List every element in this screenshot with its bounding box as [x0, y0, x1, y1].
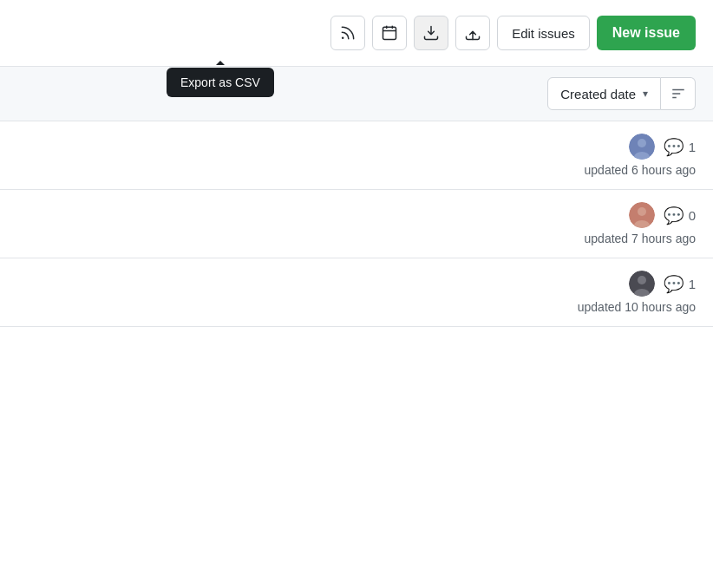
- issue-row[interactable]: 💬 1 updated 6 hours ago: [0, 121, 713, 190]
- issue-row-right: 💬 1: [629, 271, 696, 297]
- avatar: [629, 134, 655, 160]
- comment-bubble-icon: 💬: [664, 274, 684, 294]
- rss-icon: [339, 24, 356, 42]
- comment-bubble-icon: 💬: [664, 137, 684, 157]
- issue-row-right: 💬 1: [629, 134, 696, 160]
- calendar-icon: [381, 24, 398, 42]
- edit-issues-button[interactable]: Edit issues: [497, 16, 590, 50]
- rss-button[interactable]: [330, 16, 365, 50]
- sort-dropdown[interactable]: Created date ▾: [547, 77, 661, 110]
- toolbar: Edit issues New issue Export as CSV: [0, 0, 713, 67]
- filter-bar: Created date ▾: [0, 67, 713, 121]
- sort-order-button[interactable]: [661, 77, 696, 110]
- update-time: updated 10 hours ago: [578, 300, 696, 314]
- comment-number: 0: [689, 208, 696, 223]
- export-csv-tooltip: Export as CSV: [167, 68, 274, 97]
- comment-count: 💬 1: [664, 137, 696, 157]
- chevron-down-icon: ▾: [643, 88, 648, 100]
- sort-order-icon: [670, 86, 686, 101]
- issue-list: 💬 1 updated 6 hours ago 💬 0 updated 7 ho…: [0, 121, 713, 327]
- new-issue-label: New issue: [612, 25, 680, 41]
- comment-count: 💬 0: [664, 206, 696, 225]
- comment-bubble-icon: 💬: [664, 206, 684, 225]
- svg-point-0: [342, 37, 344, 40]
- comment-count: 💬 1: [664, 274, 696, 294]
- sort-label: Created date: [560, 87, 636, 101]
- svg-rect-1: [383, 27, 396, 39]
- import-icon: [464, 24, 481, 42]
- update-time: updated 7 hours ago: [585, 232, 696, 245]
- svg-point-9: [638, 139, 646, 147]
- issue-row[interactable]: 💬 1 updated 10 hours ago: [0, 258, 713, 327]
- issue-row-right: 💬 0: [629, 202, 696, 228]
- issue-row[interactable]: 💬 0 updated 7 hours ago: [0, 190, 713, 258]
- export-csv-icon: [422, 24, 440, 42]
- edit-issues-label: Edit issues: [512, 26, 575, 41]
- comment-number: 1: [689, 277, 696, 291]
- svg-point-15: [638, 276, 646, 284]
- export-csv-button[interactable]: [414, 16, 448, 50]
- avatar: [629, 271, 655, 297]
- svg-point-12: [638, 207, 646, 216]
- update-time: updated 6 hours ago: [585, 163, 696, 177]
- calendar-button[interactable]: [372, 16, 407, 50]
- avatar: [629, 202, 655, 228]
- new-issue-button[interactable]: New issue: [597, 16, 696, 50]
- import-button[interactable]: [455, 16, 490, 50]
- comment-number: 1: [689, 140, 696, 154]
